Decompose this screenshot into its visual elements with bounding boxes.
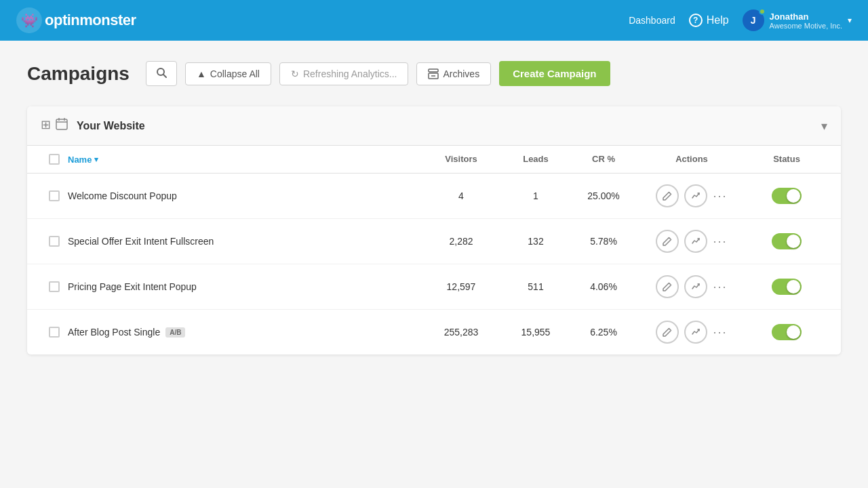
grid-icon: ⊞ [41, 117, 51, 134]
status-dot [759, 8, 766, 15]
analytics-icon [691, 237, 701, 246]
row-checkbox[interactable] [49, 327, 60, 338]
more-actions-button[interactable]: ··· [713, 325, 727, 340]
edit-button[interactable] [656, 275, 679, 298]
cr-cell: 6.25% [570, 327, 637, 338]
row-checkbox-cell[interactable] [41, 327, 68, 338]
user-details: Jonathan Awesome Motive, Inc. [770, 12, 842, 30]
analytics-button[interactable] [684, 230, 707, 253]
actions-cell: ··· [637, 184, 746, 207]
archives-button[interactable]: Archives [416, 62, 491, 85]
website-name: Your Website [77, 120, 821, 132]
leads-cell: 132 [502, 236, 570, 247]
column-status: Status [746, 154, 827, 165]
row-checkbox[interactable] [49, 236, 60, 247]
more-actions-button[interactable]: ··· [713, 235, 727, 249]
collapse-all-label: Collapse All [210, 68, 260, 79]
user-chevron-icon: ▾ [848, 16, 852, 25]
column-actions: Actions [637, 154, 746, 165]
archives-label: Archives [443, 68, 479, 79]
visitors-cell: 255,283 [420, 327, 502, 338]
status-cell[interactable] [746, 324, 827, 340]
select-all-cell[interactable] [41, 154, 68, 165]
row-checkbox[interactable] [49, 281, 60, 292]
campaign-name-cell: Pricing Page Exit Intent Popup [68, 281, 420, 292]
actions-cell: ··· [637, 230, 746, 253]
edit-icon [663, 327, 672, 337]
avatar: J [743, 9, 764, 31]
campaign-name: After Blog Post Single [68, 327, 160, 338]
status-toggle[interactable] [772, 188, 802, 204]
row-checkbox-cell[interactable] [41, 236, 68, 247]
dashboard-link[interactable]: Dashboard [629, 15, 675, 26]
row-checkbox-cell[interactable] [41, 281, 68, 292]
campaign-name: Special Offer Exit Intent Fullscreen [68, 236, 214, 247]
select-all-checkbox[interactable] [49, 154, 60, 165]
create-campaign-label: Create Campaign [513, 68, 596, 79]
edit-icon [663, 282, 672, 291]
table-row: After Blog Post Single A/B 255,283 15,95… [27, 310, 841, 354]
collapse-icon: ▲ [197, 68, 206, 79]
refreshing-label: Refreshing Analytics... [303, 68, 397, 79]
leads-cell: 1 [502, 190, 570, 201]
refreshing-analytics-button[interactable]: ↻ Refreshing Analytics... [279, 62, 409, 85]
website-icons: ⊞ [41, 117, 68, 134]
status-cell[interactable] [746, 188, 827, 204]
analytics-icon [691, 191, 701, 201]
campaigns-container: ⊞ Your Website ▾ Name ▾ [27, 106, 841, 354]
campaign-name-cell: Special Offer Exit Intent Fullscreen [68, 236, 420, 247]
logo-icon: 👾 [16, 7, 42, 33]
more-actions-button[interactable]: ··· [713, 189, 727, 203]
column-leads: Leads [502, 154, 570, 165]
table-header: Name ▾ Visitors Leads CR % Actions Statu… [27, 146, 841, 174]
edit-button[interactable] [656, 321, 679, 344]
page-title: Campaigns [27, 63, 130, 85]
create-campaign-button[interactable]: Create Campaign [499, 61, 610, 86]
logo-text: optinmonster [45, 12, 136, 29]
edit-button[interactable] [656, 230, 679, 253]
leads-cell: 15,955 [502, 327, 570, 338]
main-content: Campaigns ▲ Collapse All ↻ Refreshing An… [0, 41, 868, 488]
row-checkbox-cell[interactable] [41, 190, 68, 201]
campaign-rows: Welcome Discount Popup 4 1 25.00% ··· [27, 174, 841, 354]
analytics-button[interactable] [684, 321, 707, 344]
sort-icon: ▾ [94, 155, 98, 164]
status-toggle[interactable] [772, 233, 802, 249]
user-name: Jonathan [770, 12, 842, 22]
edit-icon [663, 237, 672, 246]
collapse-all-button[interactable]: ▲ Collapse All [185, 62, 271, 85]
svg-rect-7 [56, 119, 67, 129]
campaign-name: Welcome Discount Popup [68, 190, 177, 201]
column-visitors: Visitors [420, 154, 502, 165]
ab-badge: A/B [165, 327, 185, 338]
header-nav: Dashboard ? Help J Jonathan Awesome Moti… [629, 9, 852, 31]
header: 👾 optinmonster Dashboard ? Help J Jonath… [0, 0, 868, 41]
calendar-icon [55, 117, 68, 134]
search-icon [156, 67, 167, 78]
more-actions-button[interactable]: ··· [713, 280, 727, 294]
website-chevron-icon: ▾ [821, 119, 827, 134]
refresh-icon: ↻ [291, 68, 299, 79]
search-button[interactable] [146, 61, 177, 86]
analytics-button[interactable] [684, 184, 707, 207]
help-button[interactable]: ? Help [689, 14, 729, 27]
status-toggle[interactable] [772, 279, 802, 295]
status-cell[interactable] [746, 233, 827, 249]
website-section-header[interactable]: ⊞ Your Website ▾ [27, 106, 841, 146]
help-label: Help [707, 14, 729, 26]
row-checkbox[interactable] [49, 190, 60, 201]
column-name[interactable]: Name ▾ [68, 154, 420, 165]
user-company: Awesome Motive, Inc. [770, 22, 842, 30]
status-toggle[interactable] [772, 324, 802, 340]
status-cell[interactable] [746, 279, 827, 295]
toggle-knob [787, 235, 800, 248]
table-row: Pricing Page Exit Intent Popup 12,597 51… [27, 264, 841, 310]
user-menu[interactable]: J Jonathan Awesome Motive, Inc. ▾ [743, 9, 852, 31]
visitors-cell: 4 [420, 190, 502, 201]
edit-button[interactable] [656, 184, 679, 207]
campaigns-header: Campaigns ▲ Collapse All ↻ Refreshing An… [27, 61, 841, 86]
analytics-button[interactable] [684, 275, 707, 298]
cr-cell: 25.00% [570, 190, 637, 201]
edit-icon [663, 191, 672, 201]
logo[interactable]: 👾 optinmonster [16, 7, 136, 33]
